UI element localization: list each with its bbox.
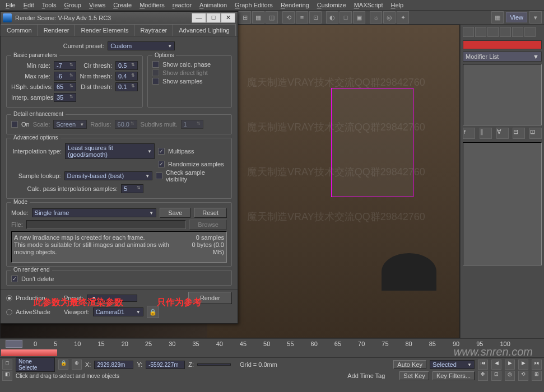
min-rate-input[interactable]: -7 — [54, 61, 76, 70]
scale-dropdown[interactable]: Screen — [53, 120, 87, 129]
calc-pass-input[interactable]: 5 — [121, 184, 143, 193]
rollout-area[interactable] — [463, 142, 542, 265]
menu-file[interactable]: File — [2, 1, 19, 9]
modifier-list-dropdown[interactable]: Modifier List▼ — [463, 52, 542, 62]
keyfilters-button[interactable]: Key Filters... — [433, 371, 475, 380]
tab-raytracer[interactable]: Raytracer — [134, 24, 173, 36]
stack-btn-icon[interactable]: ∀ — [496, 128, 509, 139]
sample-lookup-dropdown[interactable]: Density-based (best) — [64, 171, 153, 180]
tab-renderer[interactable]: Renderer — [38, 24, 76, 36]
tool-icon[interactable]: ⊞ — [239, 11, 251, 24]
reset-button[interactable]: Reset — [194, 208, 227, 218]
interp-type-dropdown[interactable]: Least squares fit (good/smooth) — [65, 143, 155, 159]
lock-icon[interactable]: 🔒 — [58, 360, 68, 370]
tab-advanced-lighting[interactable]: Advanced Lighting — [173, 24, 236, 36]
sb-icon[interactable]: □ — [2, 360, 12, 370]
tool-icon[interactable]: ✦ — [397, 11, 409, 24]
multipass-checkbox[interactable] — [158, 148, 165, 155]
nrm-input[interactable]: 0.4 — [115, 72, 138, 81]
panel-tab-icon[interactable] — [524, 27, 536, 37]
addtag-label[interactable]: Add Time Tag — [347, 372, 385, 379]
track-segment[interactable] — [1, 349, 57, 356]
tool-icon[interactable]: ⟲ — [282, 11, 295, 24]
tool-icon[interactable]: ☼ — [370, 11, 382, 24]
menu-customize[interactable]: Customize — [314, 1, 350, 9]
menu-tools[interactable]: Tools — [39, 1, 60, 9]
footer-viewport-dropdown[interactable]: Camera01 — [93, 307, 143, 316]
y-coord[interactable]: -5592.227m — [146, 361, 185, 369]
panel-tab-icon[interactable] — [500, 27, 511, 37]
show-calc-checkbox[interactable] — [152, 61, 159, 68]
dialog-titlebar[interactable]: Render Scene: V-Ray Adv 1.5 RC3 — □ ✕ — [1, 12, 238, 24]
tool-icon[interactable]: ⊡ — [309, 11, 322, 24]
show-samples-checkbox[interactable] — [152, 78, 159, 85]
tab-common[interactable]: Common — [1, 24, 38, 36]
production-radio[interactable] — [6, 295, 12, 301]
menu-animation[interactable]: Animation — [196, 1, 230, 9]
tool-icon[interactable]: ▦ — [252, 11, 264, 24]
minimize-button[interactable]: — — [192, 13, 206, 23]
panel-tab-icon[interactable] — [475, 27, 486, 37]
sb-icon[interactable]: ⊕ — [72, 360, 82, 370]
z-coord[interactable] — [197, 363, 231, 366]
menu-group[interactable]: Group — [61, 1, 85, 9]
keymode-dropdown[interactable]: Selected — [430, 360, 475, 369]
time-slider-handle[interactable] — [6, 340, 22, 348]
tool-icon[interactable]: ▣ — [353, 11, 365, 24]
tab-render-elements[interactable]: Render Elements — [75, 24, 134, 36]
menu-rendering[interactable]: Rendering — [277, 1, 313, 9]
dist-input[interactable]: 0.1 — [115, 82, 138, 91]
menu-reactor[interactable]: reactor — [169, 1, 195, 9]
stack-btn-icon[interactable]: ∥ — [480, 128, 492, 139]
stack-btn-icon[interactable]: ⫯ — [463, 128, 475, 139]
play-icon[interactable]: ▶ — [505, 360, 515, 370]
nav-icon[interactable]: ⊞ — [532, 371, 542, 381]
close-button[interactable]: ✕ — [221, 13, 235, 23]
panel-tab-icon[interactable] — [487, 27, 499, 37]
nav-icon[interactable]: ✥ — [478, 371, 488, 381]
view-icon[interactable]: ▾ — [529, 11, 542, 24]
nav-icon[interactable]: ⊡ — [491, 371, 501, 381]
menu-maxscript[interactable]: MAXScript — [351, 1, 387, 9]
dont-delete-checkbox[interactable] — [11, 276, 18, 282]
tool-icon[interactable]: ◫ — [266, 11, 278, 24]
view-dropdown[interactable]: View — [506, 12, 527, 22]
detail-on-checkbox[interactable] — [11, 121, 18, 128]
goto-start-icon[interactable]: ⏮ — [478, 360, 488, 370]
stack-btn-icon[interactable]: ⊟ — [513, 128, 525, 139]
menu-create[interactable]: Create — [110, 1, 135, 9]
menu-help[interactable]: Help — [388, 1, 407, 9]
maximize-button[interactable]: □ — [206, 13, 221, 23]
panel-tab-icon[interactable] — [463, 27, 474, 37]
nav-icon[interactable]: ◎ — [505, 371, 515, 381]
setkey-button[interactable]: Set Key — [399, 371, 429, 380]
panel-tab-icon[interactable] — [512, 27, 523, 37]
menu-modifiers[interactable]: Modifiers — [136, 1, 168, 9]
stack-btn-icon[interactable]: ⊡ — [529, 128, 542, 139]
interp-input[interactable]: 35 — [54, 93, 76, 102]
mode-dropdown[interactable]: Single frame — [32, 208, 157, 217]
menu-edit[interactable]: Edit — [20, 1, 38, 9]
menu-views[interactable]: Views — [86, 1, 109, 9]
max-rate-input[interactable]: -6 — [54, 72, 76, 81]
object-color-swatch[interactable] — [463, 40, 542, 49]
tool-icon[interactable]: ≡ — [296, 11, 308, 24]
x-coord[interactable]: 2929.829m — [94, 361, 133, 369]
sb-icon[interactable]: ◧ — [2, 371, 12, 381]
hsph-input[interactable]: 65 — [54, 82, 76, 91]
tool-icon[interactable]: □ — [340, 11, 352, 24]
tool-icon[interactable]: ◎ — [383, 11, 396, 24]
preset-dropdown[interactable]: Custom — [108, 41, 175, 50]
randomize-checkbox[interactable] — [158, 161, 165, 167]
view-icon[interactable]: ▦ — [491, 11, 504, 24]
nav-icon[interactable]: ⟲ — [518, 371, 528, 381]
prev-frame-icon[interactable]: ◀ — [491, 360, 501, 370]
modifier-stack[interactable] — [463, 64, 542, 125]
autokey-button[interactable]: Auto Key — [393, 360, 426, 369]
save-button[interactable]: Save — [160, 208, 190, 218]
goto-end-icon[interactable]: ⏭ — [532, 360, 542, 370]
next-frame-icon[interactable]: ▶ — [518, 360, 528, 370]
menu-grapheditors[interactable]: Graph Editors — [231, 1, 276, 9]
check-vis-checkbox[interactable] — [156, 172, 162, 179]
activeshade-radio[interactable] — [6, 309, 12, 315]
